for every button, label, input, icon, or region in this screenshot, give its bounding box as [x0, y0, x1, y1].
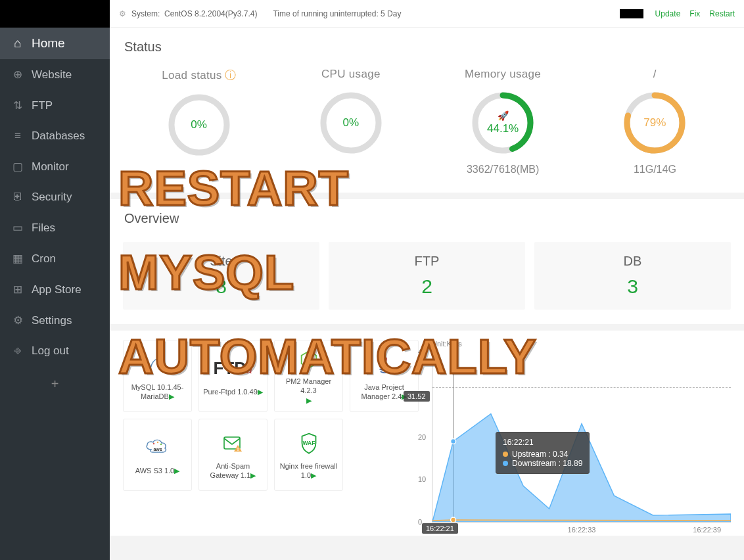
- sidebar-item-monitor[interactable]: ▢Monitor: [0, 151, 110, 182]
- soft-item-waf[interactable]: WAFNginx free firewall 1.0▶: [274, 419, 343, 491]
- svg-text:WAF: WAF: [302, 439, 315, 446]
- uptime: Time of running uninterrupted: 5 Day: [273, 9, 401, 18]
- logout-icon: ⎆: [12, 344, 24, 358]
- sidebar-item-files[interactable]: ▭Files: [0, 212, 110, 243]
- soft-label: Java Project Manager 2.4: [361, 383, 404, 400]
- soft-item-aws[interactable]: awsAWS S3 1.0▶: [123, 419, 192, 491]
- overview-card-db[interactable]: DB3: [534, 242, 731, 310]
- overview-title: Overview: [110, 199, 744, 233]
- rocket-icon: 🚀: [498, 110, 509, 121]
- soft-label: Nginx free firewall 1.0: [280, 462, 337, 479]
- mysql-icon: [126, 351, 189, 377]
- sidebar-item-settings[interactable]: ⚙Settings: [0, 305, 110, 336]
- calendar-icon: ▦: [12, 252, 24, 266]
- monitor-icon: ▢: [12, 160, 24, 174]
- overview-card-ftp[interactable]: FTP2: [329, 242, 525, 310]
- help-icon[interactable]: ⓘ: [225, 69, 236, 82]
- java-icon: [353, 351, 415, 377]
- soft-item-pm2[interactable]: JSPM2 Manager 4.2.3▶: [274, 340, 343, 412]
- sidebar-item-label: Cron: [32, 252, 56, 266]
- ftpd-icon: FTPd: [202, 356, 264, 382]
- soft-item-mysql[interactable]: MySQL 10.1.45-MariaDB▶: [123, 340, 192, 412]
- globe-icon: ⊕: [12, 68, 24, 82]
- sidebar-item-security[interactable]: ⛨Security: [0, 182, 110, 212]
- topbar: ⚙ System: CentOS 8.2.2004(Py3.7.4) Time …: [110, 0, 744, 28]
- sidebar-item-label: Monitor: [32, 160, 69, 174]
- traffic-section: Unit:KB/s 40 20 10 0 31.52: [432, 340, 731, 523]
- database-icon: ≡: [12, 129, 24, 143]
- sidebar-item-website[interactable]: ⊕Website: [0, 59, 110, 90]
- play-icon: ▶: [306, 396, 312, 404]
- content: Status Load statusⓘ 0% CPU usage 0% Memo…: [110, 28, 744, 560]
- gauge-value: 44.1%: [487, 122, 519, 135]
- sidebar-item-label: FTP: [32, 99, 53, 112]
- svg-text:!: !: [237, 446, 239, 452]
- sidebar-item-label: Settings: [32, 314, 72, 327]
- gear-icon[interactable]: ⚙: [119, 9, 126, 18]
- soft-label: PM2 Manager 4.2.3: [286, 377, 331, 394]
- soft-label: AWS S3 1.0: [135, 467, 175, 475]
- soft-item-pureftpd[interactable]: FTPdPure-Ftpd 1.0.49▶: [198, 340, 267, 412]
- x-marker: 16:22:21: [422, 523, 458, 534]
- sidebar-item-ftp[interactable]: ⇅FTP: [0, 90, 110, 121]
- sidebar: ⌂Home ⊕Website ⇅FTP ≡Databases ▢Monitor …: [0, 0, 110, 560]
- restart-link[interactable]: Restart: [709, 9, 735, 18]
- status-title: Status: [110, 28, 744, 61]
- gauge-disk[interactable]: / 79% 11G/14G: [579, 68, 731, 175]
- home-icon: ⌂: [12, 36, 24, 51]
- software-section: MySQL 10.1.45-MariaDB▶ FTPdPure-Ftpd 1.0…: [123, 340, 419, 523]
- sidebar-item-home[interactable]: ⌂Home: [0, 28, 110, 59]
- svg-point-15: [451, 517, 456, 522]
- dot-icon: [503, 452, 508, 457]
- system-info: System: CentOS 8.2.2004(Py3.7.4): [131, 9, 257, 18]
- card-count: 8: [129, 275, 313, 298]
- soft-item-antispam[interactable]: !Anti-Spam Gateway 1.1▶: [198, 419, 267, 491]
- x-tick: 16:22:39: [693, 526, 721, 534]
- gear-icon: ⚙: [12, 314, 24, 327]
- update-link[interactable]: Update: [655, 9, 681, 18]
- soft-label: Pure-Ftpd 1.0.49: [203, 388, 258, 396]
- spam-icon: !: [202, 430, 264, 456]
- card-label: FTP: [335, 254, 519, 269]
- gauge-load[interactable]: Load statusⓘ 0%: [123, 68, 275, 175]
- soft-label: Anti-Spam Gateway 1.1: [210, 462, 251, 479]
- redacted-box: [620, 9, 643, 18]
- fix-link[interactable]: Fix: [689, 9, 700, 18]
- gauge-label: /: [579, 68, 731, 81]
- sidebar-item-label: Home: [32, 36, 65, 51]
- traffic-unit: Unit:KB/s: [432, 340, 731, 352]
- sidebar-item-label: Security: [32, 191, 72, 204]
- play-icon: ▶: [250, 471, 256, 479]
- gauge-memory[interactable]: Memory usage 🚀44.1% 3362/7618(MB): [427, 68, 579, 175]
- gauge-value: 79%: [622, 90, 687, 156]
- sidebar-item-databases[interactable]: ≡Databases: [0, 121, 110, 151]
- sidebar-item-label: Files: [32, 222, 55, 235]
- card-count: 3: [541, 275, 724, 298]
- card-label: Site: [129, 254, 313, 269]
- folder-icon: ▭: [12, 221, 24, 235]
- tooltip-up: Upstream : 0.34: [512, 450, 568, 459]
- gauge-label: CPU usage: [275, 68, 427, 81]
- gauge-value: 0%: [318, 90, 384, 156]
- svg-point-7: [152, 443, 154, 444]
- sidebar-item-logout[interactable]: ⎆Log out: [0, 336, 110, 366]
- main: ⚙ System: CentOS 8.2.2004(Py3.7.4) Time …: [110, 0, 744, 560]
- traffic-chart[interactable]: 40 20 10 0 31.52: [432, 352, 731, 523]
- node-icon: JS: [277, 347, 340, 371]
- waf-icon: WAF: [277, 430, 340, 456]
- svg-text:aws: aws: [153, 447, 162, 452]
- x-tick: 16:22:33: [568, 526, 596, 534]
- sidebar-item-label: App Store: [32, 283, 81, 296]
- gauge-cpu[interactable]: CPU usage 0%: [275, 68, 427, 175]
- overview-card-site[interactable]: Site8: [123, 242, 319, 310]
- sidebar-item-cron[interactable]: ▦Cron: [0, 243, 110, 274]
- card-label: DB: [541, 254, 724, 269]
- svg-text:JS: JS: [304, 356, 314, 364]
- gauge-label: Load status: [162, 69, 221, 82]
- sidebar-item-appstore[interactable]: ⊞App Store: [0, 274, 110, 305]
- play-icon: ▶: [174, 467, 179, 475]
- gauge-value: 0%: [166, 92, 232, 158]
- grid-icon: ⊞: [12, 283, 24, 296]
- sidebar-add[interactable]: +: [0, 366, 110, 402]
- gauge-sub: 11G/14G: [579, 164, 731, 175]
